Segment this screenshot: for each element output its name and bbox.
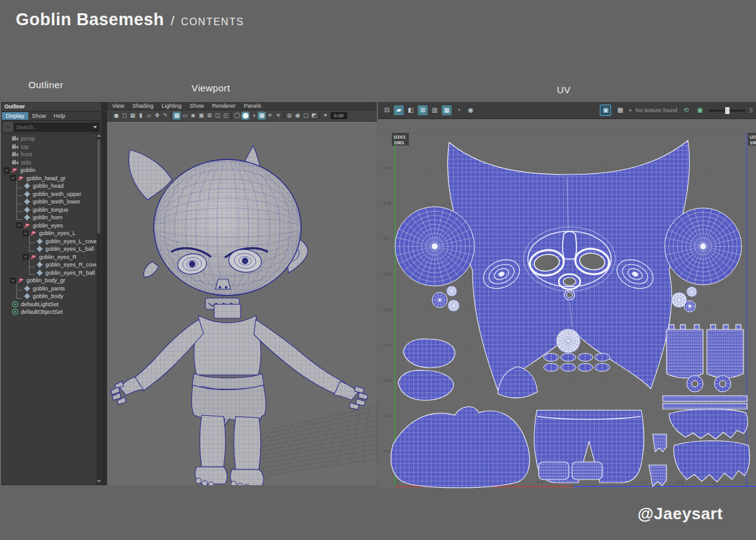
pan-zoom-icon[interactable]: ✥ [153,112,161,120]
viewport-menu-lighting[interactable]: Lighting [161,103,181,109]
outliner-item-goblin_eyes_L_cover[interactable]: goblin_eyes_L_cover [2,238,101,246]
outliner-item-defaultLightSet[interactable]: defaultLightSet [2,301,101,309]
expander-icon[interactable]: - [16,222,22,228]
grid-snap-icon[interactable]: ⊞ [418,105,428,115]
search-input[interactable] [16,124,93,130]
uv-island-circle[interactable] [684,301,696,312]
tile-grid-icon[interactable]: ▦ [442,105,452,115]
isolate-uv-icon[interactable]: ◉ [466,105,476,115]
uv-island-circle[interactable] [556,329,580,353]
uv-island[interactable] [707,325,743,378]
bake-texture-icon[interactable]: ⟲ [681,105,691,115]
wireframe-icon[interactable]: ◯ [233,112,241,120]
uv-island-leaf[interactable] [595,364,610,372]
viewport-menu-shading[interactable]: Shading [132,103,153,109]
gate-mask-icon[interactable]: ▣ [197,112,205,120]
grease-pencil-icon[interactable]: ✎ [161,112,169,120]
filter-icon[interactable] [4,123,12,131]
uv-island[interactable] [539,462,569,480]
uv-island-ring[interactable] [714,376,731,392]
xray-icon[interactable]: ◩ [310,112,318,120]
checker-map-icon[interactable]: ▩ [615,105,625,115]
image-range-icon[interactable]: ▣ [695,105,705,115]
camera-attributes-icon[interactable]: ▦ [129,112,137,120]
expander-icon[interactable]: - [23,254,28,260]
search-field[interactable] [14,123,100,132]
scrollbar-thumb[interactable] [97,139,100,234]
scroll-down-icon[interactable] [97,480,101,483]
outliner-item-top[interactable]: top [2,143,101,151]
outliner-item-goblin_eyes_L[interactable]: -goblin_eyes_L [2,229,101,238]
isolate-select-icon[interactable]: ▢ [302,112,310,120]
uv-island-circle[interactable] [687,287,697,297]
film-gate-icon[interactable]: ▭ [181,112,189,120]
uv-island[interactable] [663,396,747,401]
expand-toolbar-icon[interactable]: ⟩⟩ [749,107,752,113]
outliner-item-goblin_eyes[interactable]: -goblin_eyes [2,222,101,230]
outliner-item-goblin_horn[interactable]: goblin_horn [2,214,101,222]
outliner-menu-display[interactable]: Display [2,112,28,120]
uv-shaded-icon[interactable]: ▰ [394,105,404,115]
chevron-down-icon[interactable] [93,126,97,129]
outliner-item-goblin_eyes_R_cover[interactable]: goblin_eyes_R_cover [2,261,101,269]
pixel-snap-icon[interactable]: ▥ [430,105,440,115]
flip-uv-icon[interactable]: ◧ [406,105,416,115]
viewport-scene[interactable] [107,122,377,485]
uv-island-circle[interactable] [448,300,459,311]
uv-island[interactable] [667,325,703,378]
uv-island-circle[interactable] [432,292,447,307]
exposure-icon[interactable]: ✦ [321,112,329,120]
uv-island-circle[interactable] [665,208,742,285]
ao-icon[interactable]: ◍ [285,112,294,120]
motion-blur-icon[interactable]: ◉ [294,112,302,120]
uv-island-ring[interactable] [687,376,703,392]
bookmark-icon[interactable]: ▮ [137,112,145,120]
uv-edit-mode-icon[interactable]: ⊟ [382,105,392,115]
uv-island-leaf[interactable] [578,353,593,362]
outliner-item-goblin_eyes_L_ball[interactable]: goblin_eyes_L_ball [2,245,101,253]
expander-icon[interactable]: - [4,168,9,173]
uv-island-leaf[interactable] [595,353,610,362]
uv-island-leaf[interactable] [544,364,559,372]
panel-divider[interactable] [102,102,107,485]
smooth-shade-icon[interactable]: ⬤ [241,112,249,120]
field-chart-icon[interactable]: ⊞ [205,112,214,120]
uv-island-leaf[interactable] [544,353,559,362]
chevron-down-icon[interactable]: ▾ [629,108,631,113]
uv-island[interactable] [398,371,454,401]
uv-island-leaf[interactable] [561,353,576,362]
expander-icon[interactable]: - [10,175,16,181]
textured-icon[interactable]: ◑ [249,112,258,120]
viewport-menu-panels[interactable]: Panels [244,103,261,109]
resolution-gate-icon[interactable]: ◙ [189,112,197,120]
select-camera-icon[interactable]: ◼ [112,112,120,120]
image-plane-icon[interactable]: ▱ [145,112,153,120]
uv-island-circle[interactable] [395,207,474,286]
uv-island-leaf[interactable] [561,364,576,372]
outliner-item-goblin_eyes_R[interactable]: -goblin_eyes_R [2,253,101,261]
scroll-up-icon[interactable] [97,134,101,137]
expander-icon[interactable]: - [23,231,28,236]
outliner-item-goblin[interactable]: -goblin [2,166,101,175]
outliner-item-side[interactable]: side [2,159,101,167]
uv-island[interactable] [572,462,602,480]
uv-island-leaf[interactable] [578,364,593,372]
exposure-value[interactable]: 0.00 [331,112,347,119]
uv-island[interactable] [663,403,747,409]
outliner-item-front[interactable]: front [2,151,101,159]
uv-island-circle[interactable] [447,286,457,296]
viewport-menu-show[interactable]: Show [190,103,204,109]
lock-camera-icon[interactable]: ◻ [120,112,129,120]
lights-icon[interactable]: ✳ [266,112,274,120]
image-dim-slider[interactable] [709,110,745,112]
outliner-item-goblin_eyes_R_ball[interactable]: goblin_eyes_R_ball [2,269,101,277]
viewport-menu-view[interactable]: View [112,103,124,109]
safe-action-icon[interactable]: ◫ [214,112,222,120]
viewport-menu-renderer[interactable]: Renderer [212,103,236,109]
display-image-icon[interactable]: ▣ [600,105,611,116]
slider-knob[interactable] [725,107,730,114]
shadows-icon[interactable]: ☀ [274,112,282,120]
outliner-item-persp[interactable]: persp [2,135,101,143]
grid-icon[interactable]: ▦ [173,112,181,120]
outliner-scrollbar[interactable] [96,133,101,484]
